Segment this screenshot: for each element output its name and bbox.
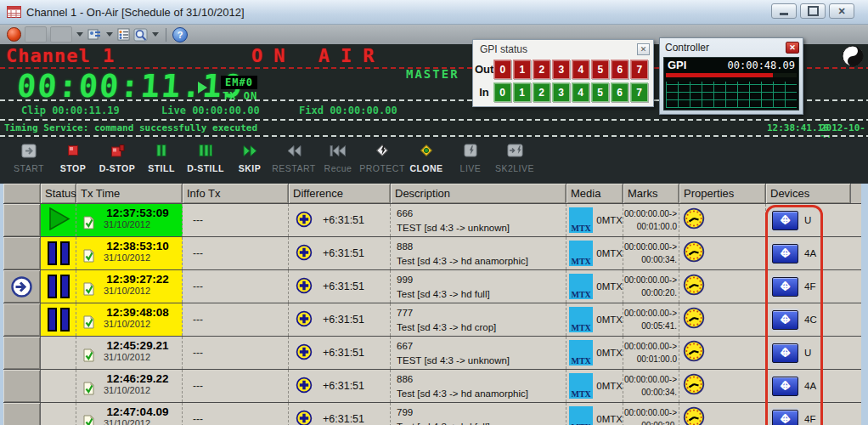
schedule-row[interactable]: 12:37:53:0931/10/2012---+6:31:51666TEST … — [3, 204, 861, 237]
gpi-out-cell-6[interactable]: 6 — [611, 60, 628, 79]
transport-sk2live-button[interactable]: SK2LIVE — [493, 141, 537, 184]
transport-d-still-button[interactable]: D-STILL — [183, 141, 228, 184]
device-routing-button[interactable]: ↔↕ — [772, 244, 798, 264]
difference-cell: +6:31:51 — [289, 270, 391, 303]
wizard-button[interactable] — [87, 27, 102, 42]
gpi-in-cell-0[interactable]: 0 — [493, 82, 511, 102]
tx-time-cell: 12:39:48:0831/10/2012 — [76, 303, 183, 336]
gpi-out-cell-0[interactable]: 0 — [493, 60, 511, 79]
close-button[interactable]: ✕ — [829, 3, 854, 19]
chevron-down-icon[interactable] — [76, 32, 83, 37]
transport-still-button[interactable]: STILL — [139, 141, 183, 184]
controller-close-button[interactable]: ✕ — [786, 42, 799, 54]
forward-button[interactable] — [50, 26, 72, 42]
header-cell-info-tx[interactable]: Info Tx — [183, 184, 289, 203]
device-routing-button[interactable]: ↔↕ — [772, 343, 798, 363]
chevron-down-icon[interactable] — [152, 32, 159, 37]
devices-cell: ↔↕4A — [766, 237, 851, 269]
gpi-in-cell-1[interactable]: 1 — [513, 82, 531, 102]
chevron-down-icon[interactable] — [106, 32, 113, 37]
transport-stop-button[interactable]: STOP — [51, 141, 95, 184]
tx-time-value: 12:39:27:22 — [97, 273, 178, 286]
transport-protect-button[interactable]: PROTECT — [360, 141, 404, 184]
media-label: 0MTX — [596, 381, 623, 391]
gpi-in-cell-5[interactable]: 5 — [591, 82, 609, 102]
schedule-row[interactable]: 12:46:29.2231/10/2012---+6:31:51886Test … — [3, 370, 861, 403]
media-label: 0MTX — [596, 348, 623, 358]
transport-restart-button[interactable]: RESTART — [272, 141, 316, 184]
device-label: U — [804, 348, 811, 358]
transport-clone-button[interactable]: CLONE — [404, 141, 448, 184]
back-button[interactable] — [25, 26, 47, 42]
gpi-in-cell-6[interactable]: 6 — [611, 82, 628, 102]
minimize-button[interactable] — [771, 3, 797, 19]
header-cell-status[interactable]: Status — [41, 184, 76, 203]
device-routing-button[interactable]: ↔↕ — [772, 377, 798, 396]
transport-start-button[interactable]: START — [7, 141, 51, 184]
tx-date-value: 31/10/2012 — [104, 418, 182, 425]
mtx-badge: MTX — [569, 340, 593, 366]
header-cell-properties[interactable]: Properties — [679, 184, 766, 203]
transport-skip-button[interactable]: SKIP — [228, 141, 272, 184]
schedule-row[interactable]: 12:45:29.2131/10/2012---+6:31:51667TEST … — [3, 337, 861, 370]
status-cell — [41, 270, 76, 303]
table-body: 12:37:53:0931/10/2012---+6:31:51666TEST … — [3, 204, 861, 425]
header-cell-media[interactable]: Media — [566, 184, 623, 203]
still-icon — [155, 141, 167, 160]
gpi-in-cell-4[interactable]: 4 — [572, 82, 589, 102]
header-cell-devices[interactable]: Devices — [766, 184, 851, 203]
gpi-in-cell-2[interactable]: 2 — [533, 82, 550, 102]
schedule-row[interactable]: 12:39:27:2231/10/2012---+6:31:51999Test … — [3, 270, 861, 303]
transport-label: LIVE — [460, 163, 482, 173]
maximize-button[interactable] — [800, 3, 826, 19]
schedule-row[interactable]: 12:38:53:1031/10/2012---+6:31:51888Test … — [3, 237, 861, 270]
status-cell — [41, 204, 76, 236]
clock-icon — [683, 340, 705, 366]
header-cell-tx-time[interactable]: Tx Time — [76, 184, 183, 203]
transport-recue-button[interactable]: Recue — [316, 141, 360, 184]
device-routing-button[interactable]: ↔↕ — [772, 310, 798, 330]
transport-d-stop-button[interactable]: D-STOP — [95, 141, 139, 184]
media-label: 0MTX — [596, 414, 623, 424]
marks-cell: 00:00:00.00->00:00:20. — [623, 270, 679, 303]
gpi-in-cell-7[interactable]: 7 — [630, 82, 648, 102]
properties-cell — [679, 270, 766, 303]
device-routing-button[interactable]: ↔↕ — [772, 410, 798, 425]
checklist-button[interactable] — [117, 27, 130, 42]
device-routing-button[interactable]: ↔↕ — [772, 277, 798, 297]
transport-label: PROTECT — [359, 163, 405, 173]
marks-cell: 00:00:00.00->00:01:00.0 — [623, 337, 679, 369]
media-cell: MTX0MTX — [566, 204, 623, 236]
gpi-in-cell-3[interactable]: 3 — [552, 82, 570, 102]
transport-live-button[interactable]: LIVE — [448, 141, 493, 184]
schedule-row[interactable]: 12:39:48:0831/10/2012---+6:31:51777Test … — [3, 303, 861, 337]
yin-yang-icon — [842, 45, 864, 71]
marks-cell: 00:00:00.00->00:05:41. — [623, 303, 679, 336]
marks-cell: 00:00:00.00->00:00:20. — [623, 403, 679, 425]
gpi-out-cell-3[interactable]: 3 — [552, 60, 570, 79]
header-cell-description[interactable]: Description — [391, 184, 566, 203]
header-cell-marks[interactable]: Marks — [623, 184, 679, 203]
tx-time-value: 12:47:04.09 — [97, 405, 178, 418]
description-text: Test [sd 4:3 -> hd crop] — [397, 320, 566, 335]
gpi-out-cell-5[interactable]: 5 — [591, 60, 609, 79]
media-label: 0MTX — [596, 248, 623, 258]
header-cell-difference[interactable]: Difference — [289, 184, 391, 203]
marks-in: 00:00:00.00-> — [623, 207, 677, 220]
gpi-out-cell-4[interactable]: 4 — [572, 60, 589, 79]
gpi-out-cell-2[interactable]: 2 — [533, 60, 550, 79]
alert-icon[interactable] — [7, 27, 21, 42]
gpi-out-cell-7[interactable]: 7 — [630, 60, 648, 79]
search-button[interactable] — [133, 27, 148, 42]
toolbar-separator — [166, 28, 166, 42]
difference-cell: +6:31:51 — [289, 303, 391, 336]
clock-icon — [683, 241, 705, 266]
marks-out: 00:01:00.0 — [623, 353, 677, 366]
gpi-out-cell-1[interactable]: 1 — [513, 60, 531, 79]
recue-icon — [330, 141, 347, 160]
device-routing-button[interactable]: ↔↕ — [772, 211, 798, 230]
schedule-row[interactable]: 12:47:04.0931/10/2012---+6:31:51799Test … — [3, 403, 861, 425]
gpi-close-button[interactable]: ✕ — [637, 43, 650, 55]
pause-icon — [48, 241, 57, 265]
help-button[interactable]: ? — [172, 27, 188, 42]
